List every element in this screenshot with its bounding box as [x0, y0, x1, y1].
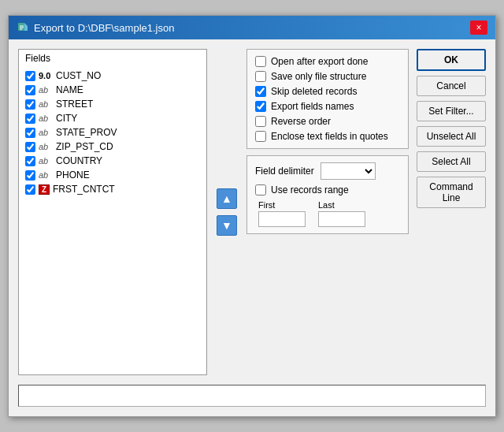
cancel-button[interactable]: Cancel [417, 76, 486, 96]
last-group: Last [318, 200, 365, 227]
skip-deleted-records-row[interactable]: Skip deleted records [255, 86, 400, 97]
delimiter-select[interactable]: , ; | Tab [321, 162, 376, 180]
command-line-button[interactable]: Command Line [417, 177, 486, 208]
field-checkbox[interactable] [25, 71, 35, 81]
move-up-button[interactable]: ▲ [217, 188, 237, 209]
field-checkbox[interactable] [25, 128, 35, 138]
dialog-body: Fields 9.0CUST_NOabNAMEabSTREETabCITYabS… [9, 39, 495, 385]
delimiter-row: Field delimiter , ; | Tab [255, 162, 400, 180]
field-checkbox[interactable] [25, 170, 35, 181]
arrows-panel: ▲ ▼ [215, 49, 239, 375]
field-type-icon: ab [39, 170, 53, 180]
close-button[interactable]: × [470, 20, 487, 35]
first-last-row: First Last [255, 200, 400, 227]
field-name-label: FRST_CNTCT [53, 184, 115, 195]
field-name-label: STREET [56, 99, 93, 110]
field-item[interactable]: 9.0CUST_NO [19, 69, 206, 83]
use-records-range-row[interactable]: Use records range [255, 184, 400, 196]
export-fields-names-label: Export fields names [271, 101, 354, 112]
delimiter-label: Field delimiter [255, 166, 314, 177]
field-type-icon: ab [39, 156, 53, 166]
field-type-icon: ab [39, 99, 53, 109]
first-label: First [258, 200, 306, 210]
enclose-text-fields-label: Enclose text fields in quotes [271, 131, 388, 142]
field-name-label: PHONE [56, 169, 90, 181]
field-type-icon: Z [39, 184, 50, 195]
reverse-order-checkbox[interactable] [255, 116, 266, 127]
field-type-icon: 9.0 [39, 71, 53, 80]
save-only-file-structure-row[interactable]: Save only file structure [255, 71, 400, 82]
select-all-button[interactable]: Select All [417, 151, 486, 172]
skip-deleted-records-label: Skip deleted records [271, 86, 357, 97]
reverse-order-label: Reverse order [271, 116, 331, 127]
save-only-file-structure-checkbox[interactable] [255, 71, 266, 82]
set-filter-button[interactable]: Set Filter... [417, 101, 486, 121]
enclose-text-fields-row[interactable]: Enclose text fields in quotes [255, 131, 400, 142]
field-item[interactable]: abCOUNTRY [19, 154, 206, 168]
use-records-range-checkbox[interactable] [255, 184, 266, 196]
use-records-range-label: Use records range [271, 184, 349, 196]
field-name-label: ZIP_PST_CD [56, 141, 113, 152]
field-item[interactable]: abSTREET [19, 97, 206, 111]
field-type-icon: ab [39, 128, 53, 137]
unselect-all-button[interactable]: Unselect All [417, 126, 486, 147]
reverse-order-row[interactable]: Reverse order [255, 116, 400, 127]
field-checkbox[interactable] [25, 114, 35, 124]
status-bar [18, 385, 486, 407]
skip-deleted-records-checkbox[interactable] [255, 86, 266, 97]
field-item[interactable]: abSTATE_PROV [19, 125, 206, 140]
export-fields-names-checkbox[interactable] [255, 101, 266, 112]
last-label: Last [318, 200, 365, 210]
fields-list: 9.0CUST_NOabNAMEabSTREETabCITYabSTATE_PR… [19, 67, 206, 374]
field-name-label: COUNTRY [56, 155, 102, 166]
save-only-file-structure-label: Save only file structure [271, 71, 366, 82]
field-item[interactable]: abZIP_PST_CD [19, 140, 206, 154]
field-type-icon: ab [39, 114, 53, 123]
enclose-text-fields-checkbox[interactable] [255, 131, 266, 142]
export-fields-names-row[interactable]: Export fields names [255, 101, 400, 112]
export-dialog: Export to D:\DBF\sample1.json × Fields 9… [8, 15, 496, 417]
title-bar: Export to D:\DBF\sample1.json × [9, 16, 495, 39]
last-input[interactable] [318, 211, 365, 227]
checkboxes-group: Open after export done Save only file st… [246, 49, 409, 149]
field-checkbox[interactable] [25, 156, 35, 166]
field-checkbox[interactable] [25, 184, 35, 195]
field-item[interactable]: abNAME [19, 83, 206, 97]
move-down-button[interactable]: ▼ [217, 215, 237, 236]
svg-marker-1 [24, 23, 28, 31]
first-group: First [258, 200, 306, 227]
field-checkbox[interactable] [25, 142, 35, 152]
export-icon [17, 21, 29, 34]
field-name-label: STATE_PROV [56, 127, 117, 138]
field-name-label: CUST_NO [56, 70, 101, 81]
first-input[interactable] [258, 211, 306, 227]
field-checkbox[interactable] [25, 85, 35, 95]
buttons-panel: OK Cancel Set Filter... Unselect All Sel… [417, 49, 486, 375]
open-after-export-checkbox[interactable] [255, 56, 266, 67]
title-bar-left: Export to D:\DBF\sample1.json [17, 21, 174, 34]
fields-panel: Fields 9.0CUST_NOabNAMEabSTREETabCITYabS… [18, 49, 207, 375]
open-after-export-label: Open after export done [271, 56, 368, 67]
delimiter-group: Field delimiter , ; | Tab Use records ra… [246, 155, 409, 234]
field-item[interactable]: abPHONE [19, 168, 206, 182]
title-text: Export to D:\DBF\sample1.json [34, 22, 174, 34]
field-item[interactable]: ZFRST_CNTCT [19, 182, 206, 196]
field-item[interactable]: abCITY [19, 111, 206, 125]
options-panel: Open after export done Save only file st… [246, 49, 409, 375]
field-checkbox[interactable] [25, 99, 35, 110]
field-type-icon: ab [39, 85, 53, 95]
open-after-export-row[interactable]: Open after export done [255, 56, 400, 67]
fields-label: Fields [19, 50, 206, 67]
field-name-label: NAME [56, 84, 83, 95]
ok-button[interactable]: OK [417, 49, 486, 71]
field-type-icon: ab [39, 142, 53, 151]
field-name-label: CITY [56, 113, 77, 124]
